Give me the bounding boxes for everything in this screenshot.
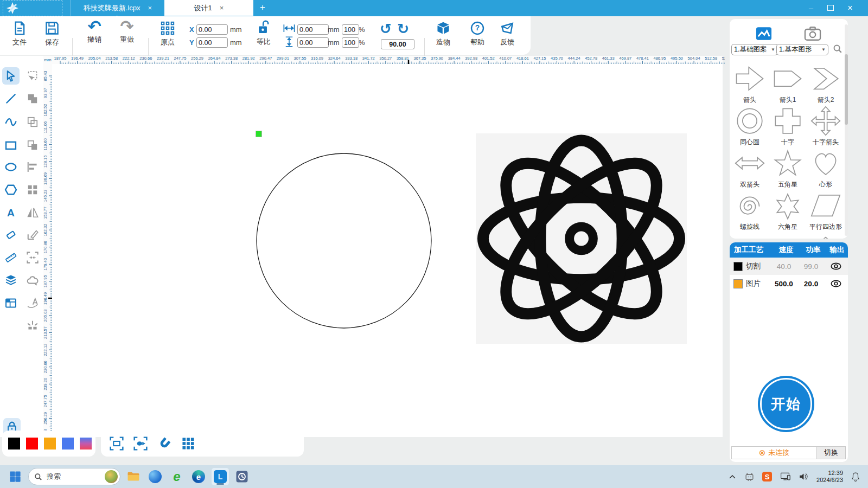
scrollbar-thumb[interactable] xyxy=(845,54,848,125)
feedback-button[interactable]: 反馈 xyxy=(496,21,518,47)
shape-spiral[interactable]: 螺旋线 xyxy=(731,190,768,232)
tab-gallery[interactable] xyxy=(756,27,772,43)
shape-arrow[interactable]: 箭头 xyxy=(731,63,768,105)
shape-search-button[interactable] xyxy=(833,44,843,56)
union-tool[interactable] xyxy=(24,90,41,107)
height-input[interactable] xyxy=(297,37,329,48)
shape-cross[interactable]: 十字 xyxy=(769,106,806,147)
curve-tool[interactable] xyxy=(2,113,20,131)
rotate-ccw-button[interactable]: ↺ xyxy=(380,22,392,36)
shape-arrow2[interactable]: 箭头2 xyxy=(807,63,844,105)
tray-app-icon[interactable] xyxy=(743,468,756,485)
height-percent-input[interactable] xyxy=(342,37,359,48)
maximize-button[interactable] xyxy=(821,0,840,16)
width-input[interactable] xyxy=(297,24,329,35)
close-button[interactable]: × xyxy=(841,0,859,16)
focus-selection-button[interactable] xyxy=(132,435,149,452)
minimize-button[interactable]: – xyxy=(802,0,820,16)
swatch-black[interactable] xyxy=(8,438,20,450)
distribute-tool[interactable] xyxy=(24,181,41,198)
rotate-cw-button[interactable]: ↻ xyxy=(397,22,409,36)
new-tab-button[interactable]: + xyxy=(257,2,269,14)
rotate-angle-input[interactable] xyxy=(381,39,414,49)
grid-toggle-button[interactable] xyxy=(180,435,196,452)
proportional-lock-button[interactable]: 等比 xyxy=(255,21,272,47)
tab-camera[interactable] xyxy=(805,27,821,43)
layer-speed[interactable]: 500.0 xyxy=(771,280,797,288)
cast-device-icon[interactable] xyxy=(778,468,793,485)
rectangle-tool[interactable] xyxy=(2,137,20,154)
tab-design1-close-icon[interactable]: × xyxy=(220,4,224,12)
frame-view-button[interactable] xyxy=(108,435,125,452)
fit-frame-tool[interactable] xyxy=(24,249,41,266)
polygon-tool[interactable] xyxy=(2,181,20,198)
taskbar-clock[interactable]: 12:39 2024/6/23 xyxy=(816,470,843,484)
snap-magnet-button[interactable] xyxy=(156,435,173,452)
x-input[interactable] xyxy=(196,24,228,35)
shape-cross-arrows[interactable]: 十字箭头 xyxy=(807,106,844,147)
switch-device-button[interactable]: 切换 xyxy=(816,447,845,459)
layer-visibility-toggle[interactable] xyxy=(825,262,847,271)
swatch-red[interactable] xyxy=(26,438,38,450)
swatch-orange[interactable] xyxy=(44,438,56,450)
taskbar-search[interactable]: 搜索 xyxy=(28,468,120,485)
shape-parallelogram[interactable]: 平行四边形 xyxy=(807,190,844,232)
mirror-tool[interactable] xyxy=(24,204,41,221)
tab-document[interactable]: 科技奖牌最新.lcpx × xyxy=(71,0,164,16)
y-input[interactable] xyxy=(196,37,228,48)
shape-arrow1[interactable]: 箭头1 xyxy=(769,63,806,105)
width-percent-input[interactable] xyxy=(342,24,359,35)
shape-concentric-circles[interactable]: 同心圆 xyxy=(731,106,768,147)
layer-power[interactable]: 20.0 xyxy=(797,280,825,288)
start-button[interactable]: 开始 xyxy=(758,376,814,432)
layer-visibility-toggle[interactable] xyxy=(825,279,847,288)
layer-color-swatch[interactable] xyxy=(733,279,743,288)
subtract-tool[interactable] xyxy=(24,137,41,154)
start-menu-button[interactable] xyxy=(7,468,24,485)
tray-expand-chevron-icon[interactable] xyxy=(726,468,738,485)
undo-button[interactable]: ↶ 撤销 xyxy=(85,18,104,44)
shape-arc-partial[interactable] xyxy=(731,232,768,239)
shape-heart[interactable]: 心形 xyxy=(807,148,844,189)
lasermaker-taskbar-icon[interactable]: L xyxy=(212,468,229,485)
layer-power[interactable]: 99.0 xyxy=(797,262,825,271)
layer-color-swatch[interactable] xyxy=(733,262,743,271)
process-row-image[interactable]: 图片 500.0 20.0 xyxy=(730,275,848,292)
weld-tool[interactable] xyxy=(24,272,41,289)
explode-tool[interactable] xyxy=(24,317,41,334)
save-button[interactable]: 保存 xyxy=(45,21,59,47)
layers-tool[interactable] xyxy=(2,272,20,289)
utility-app-icon[interactable] xyxy=(233,468,251,485)
tab-design1[interactable]: 设计1 × xyxy=(164,0,253,16)
layer-speed[interactable]: 40.0 xyxy=(771,262,797,271)
ellipse-tool[interactable] xyxy=(2,158,20,176)
shape-angle-partial[interactable] xyxy=(807,232,844,239)
process-row-cut[interactable]: 切割 40.0 99.0 xyxy=(730,258,848,275)
tab-document-close-icon[interactable]: × xyxy=(148,4,152,12)
subcategory-dropdown[interactable]: 1.基本图形 ▼ xyxy=(776,44,828,55)
text-path-tool[interactable] xyxy=(24,294,41,312)
redo-button[interactable]: ↷ 重做 xyxy=(117,18,137,44)
shape-star6[interactable]: 六角星 xyxy=(769,190,806,232)
text-tool[interactable]: A xyxy=(2,204,20,221)
sogou-input-icon[interactable]: S xyxy=(760,468,774,485)
shape-star5[interactable]: 五角星 xyxy=(769,148,806,189)
clone-tool[interactable] xyxy=(24,113,41,131)
create-button[interactable]: 造物 xyxy=(432,21,454,47)
edge-icon[interactable]: e xyxy=(190,468,207,485)
shape-panel-scrollbar[interactable] xyxy=(845,24,848,236)
line-tool[interactable] xyxy=(2,90,20,107)
atom-image-object[interactable] xyxy=(476,133,687,344)
help-button[interactable]: ? 帮助 xyxy=(467,21,488,47)
volume-icon[interactable] xyxy=(797,468,811,485)
select-tool[interactable] xyxy=(2,67,20,85)
measure-tool[interactable] xyxy=(2,249,20,266)
marquee-select-tool[interactable] xyxy=(24,67,41,85)
copilot-icon[interactable] xyxy=(146,468,164,485)
internet-explorer-icon[interactable]: e xyxy=(168,468,186,485)
file-explorer-icon[interactable] xyxy=(125,468,142,485)
node-edit-tool[interactable] xyxy=(24,226,41,243)
file-button[interactable]: 文件 xyxy=(12,21,27,47)
swatch-blue[interactable] xyxy=(62,438,74,450)
eraser-tool[interactable] xyxy=(2,226,20,243)
